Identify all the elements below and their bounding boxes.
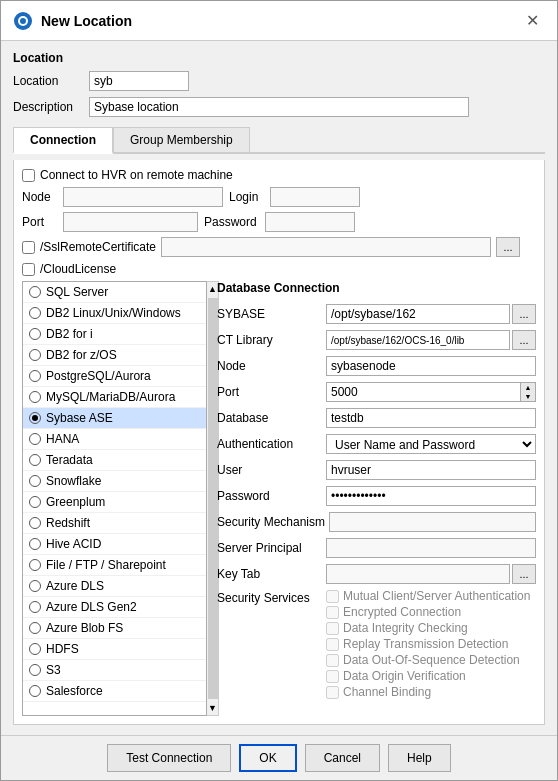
- cloud-checkbox[interactable]: [22, 263, 35, 276]
- db-list-item[interactable]: Snowflake: [23, 471, 206, 492]
- node-label: Node: [22, 190, 57, 204]
- db-list-item-label: HANA: [46, 432, 79, 446]
- ssl-browse-button[interactable]: ...: [496, 237, 520, 257]
- db-list-container: SQL ServerDB2 Linux/Unix/WindowsDB2 for …: [22, 281, 207, 716]
- db-list-item[interactable]: PostgreSQL/Aurora: [23, 366, 206, 387]
- port-down-button[interactable]: ▼: [521, 392, 535, 401]
- tab-connection[interactable]: Connection: [13, 127, 113, 154]
- db-keytab-row: Key Tab ...: [217, 563, 536, 585]
- db-list-item-label: S3: [46, 663, 61, 677]
- radio-circle: [29, 454, 41, 466]
- location-row: Location: [13, 71, 545, 91]
- db-list-item[interactable]: HDFS: [23, 639, 206, 660]
- db-list-item[interactable]: DB2 for z/OS: [23, 345, 206, 366]
- radio-circle: [29, 433, 41, 445]
- db-list-item[interactable]: MySQL/MariaDB/Aurora: [23, 387, 206, 408]
- location-section-label: Location: [13, 51, 545, 65]
- sybase-browse-button[interactable]: ...: [512, 304, 536, 324]
- db-database-label: Database: [217, 411, 322, 425]
- sec-channel-checkbox[interactable]: [326, 686, 339, 699]
- sybase-input[interactable]: [326, 304, 510, 324]
- description-input[interactable]: [89, 97, 469, 117]
- db-auth-row: Authentication User Name and Password Ke…: [217, 433, 536, 455]
- sec-mutual-checkbox[interactable]: [326, 590, 339, 603]
- svg-point-2: [20, 18, 26, 24]
- radio-circle: [29, 580, 41, 592]
- sybase-row: SYBASE ...: [217, 303, 536, 325]
- db-list-item[interactable]: File / FTP / Sharepoint: [23, 555, 206, 576]
- db-list-item[interactable]: Teradata: [23, 450, 206, 471]
- sec-origin-checkbox[interactable]: [326, 670, 339, 683]
- db-list-item[interactable]: Greenplum: [23, 492, 206, 513]
- db-port-spinner: ▲ ▼: [521, 382, 536, 402]
- db-database-input[interactable]: [326, 408, 536, 428]
- db-list-item[interactable]: Sybase ASE: [23, 408, 206, 429]
- test-connection-button[interactable]: Test Connection: [107, 744, 231, 772]
- port-up-button[interactable]: ▲: [521, 383, 535, 392]
- db-server-principal-input[interactable]: [326, 538, 536, 558]
- ct-library-browse-button[interactable]: ...: [512, 330, 536, 350]
- db-list-item-label: Azure DLS: [46, 579, 104, 593]
- close-button[interactable]: ✕: [520, 9, 545, 32]
- remote-machine-checkbox[interactable]: [22, 169, 35, 182]
- db-list-item-label: Azure DLS Gen2: [46, 600, 137, 614]
- db-list-item[interactable]: DB2 for i: [23, 324, 206, 345]
- db-password-input[interactable]: [326, 486, 536, 506]
- radio-circle: [29, 496, 41, 508]
- db-list-item[interactable]: Azure DLS: [23, 576, 206, 597]
- login-input[interactable]: [270, 187, 360, 207]
- db-list-item[interactable]: HANA: [23, 429, 206, 450]
- sec-replay-checkbox[interactable]: [326, 638, 339, 651]
- title-bar: New Location ✕: [1, 1, 557, 41]
- help-button[interactable]: Help: [388, 744, 451, 772]
- ct-library-label: CT Library: [217, 333, 322, 347]
- db-list-item[interactable]: Hive ACID: [23, 534, 206, 555]
- sec-integrity-checkbox[interactable]: [326, 622, 339, 635]
- radio-circle: [29, 517, 41, 529]
- db-database-row: Database: [217, 407, 536, 429]
- db-list-item[interactable]: Salesforce: [23, 681, 206, 702]
- node-login-row: Node Login: [22, 187, 536, 207]
- radio-circle: [29, 538, 41, 550]
- db-port-input[interactable]: [326, 382, 521, 402]
- location-input[interactable]: [89, 71, 189, 91]
- db-connection-title: Database Connection: [217, 281, 536, 295]
- ssl-input[interactable]: [161, 237, 491, 257]
- db-list-item[interactable]: Redshift: [23, 513, 206, 534]
- ct-library-row: CT Library ...: [217, 329, 536, 351]
- db-list-item-label: MySQL/MariaDB/Aurora: [46, 390, 175, 404]
- cancel-button[interactable]: Cancel: [305, 744, 380, 772]
- location-label: Location: [13, 74, 83, 88]
- port-input-top[interactable]: [63, 212, 198, 232]
- ssl-checkbox[interactable]: [22, 241, 35, 254]
- db-list-item[interactable]: DB2 Linux/Unix/Windows: [23, 303, 206, 324]
- node-input[interactable]: [63, 187, 223, 207]
- tab-group-membership[interactable]: Group Membership: [113, 127, 250, 152]
- sec-encrypted-label: Encrypted Connection: [343, 605, 461, 619]
- db-list-item[interactable]: S3: [23, 660, 206, 681]
- db-auth-select[interactable]: User Name and Password Kerberos: [326, 434, 536, 454]
- db-user-input[interactable]: [326, 460, 536, 480]
- db-sec-mechanism-input[interactable]: [329, 512, 536, 532]
- password-input-top[interactable]: [265, 212, 355, 232]
- db-keytab-input[interactable]: [326, 564, 510, 584]
- db-list-item[interactable]: Azure DLS Gen2: [23, 597, 206, 618]
- sec-replay-label: Replay Transmission Detection: [343, 637, 508, 651]
- keytab-browse-button[interactable]: ...: [512, 564, 536, 584]
- ct-library-input[interactable]: [326, 330, 510, 350]
- login-label: Login: [229, 190, 264, 204]
- db-list-item-label: Salesforce: [46, 684, 103, 698]
- sec-sequence-checkbox[interactable]: [326, 654, 339, 667]
- db-sec-mechanism-label: Security Mechanism: [217, 515, 325, 529]
- db-list-item-label: Azure Blob FS: [46, 621, 123, 635]
- db-list-item[interactable]: Azure Blob FS: [23, 618, 206, 639]
- db-list-item[interactable]: SQL Server: [23, 282, 206, 303]
- dialog-content: Location Location Description Connection…: [1, 41, 557, 735]
- ok-button[interactable]: OK: [239, 744, 296, 772]
- db-server-principal-row: Server Principal: [217, 537, 536, 559]
- db-node-input[interactable]: [326, 356, 536, 376]
- radio-circle: [29, 307, 41, 319]
- radio-circle: [29, 328, 41, 340]
- sec-origin-label: Data Origin Verification: [343, 669, 466, 683]
- sec-encrypted-checkbox[interactable]: [326, 606, 339, 619]
